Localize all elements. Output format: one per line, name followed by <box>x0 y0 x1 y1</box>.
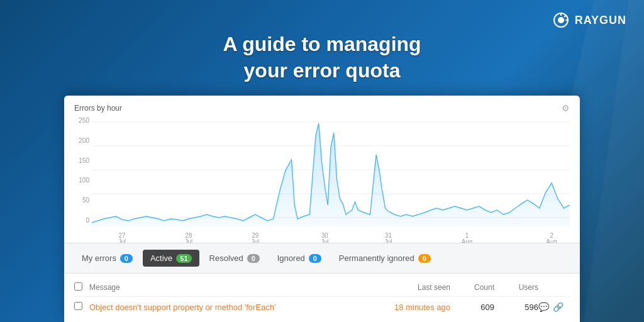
error-link[interactable]: Object doesn't support property or metho… <box>89 303 276 312</box>
tab-ignored[interactable]: Ignored 0 <box>270 250 329 267</box>
svg-line-3 <box>564 15 566 17</box>
hero-title-line1: A guide to managing <box>0 31 644 58</box>
col-header-check <box>74 282 89 292</box>
col-header-message: Message <box>89 283 369 292</box>
svg-text:Jul: Jul <box>185 238 192 243</box>
row-users-cell: 596 <box>494 303 538 312</box>
chart-title: Errors by hour <box>74 104 122 113</box>
brand-name: RAYGUN <box>575 14 626 27</box>
tab-resolved-label: Resolved <box>209 253 243 263</box>
col-header-users: Users <box>494 283 538 292</box>
chart-header: Errors by hour ⚙ <box>74 103 570 113</box>
tab-permanently-ignored-label: Permanently ignored <box>339 253 414 263</box>
tab-my-errors-badge: 0 <box>120 254 133 263</box>
tab-permanently-ignored[interactable]: Permanently ignored 0 <box>331 250 438 267</box>
svg-text:Jul: Jul <box>252 238 259 243</box>
tab-active[interactable]: Active 51 <box>143 250 199 267</box>
row-checkbox-cell <box>74 302 89 312</box>
y-label-200: 200 <box>79 137 89 144</box>
row-lastseen-cell: 18 minutes ago <box>369 303 450 312</box>
y-label-0: 0 <box>86 217 89 224</box>
logo: RAYGUN <box>552 11 626 29</box>
chart-y-axis: 250 200 150 100 50 0 <box>74 117 92 224</box>
col-header-count: Count <box>450 283 494 292</box>
svg-text:Aug: Aug <box>547 238 557 243</box>
svg-point-1 <box>558 17 564 23</box>
y-label-50: 50 <box>82 197 89 204</box>
raygun-logo-icon <box>552 11 570 29</box>
chart-svg-area: 27 Jul 28 Jul 29 Jul 30 Jul 31 Jul 1 Aug… <box>92 117 570 243</box>
comment-icon[interactable]: 💬 <box>538 302 549 312</box>
table-header: Message Last seen Count Users <box>74 279 570 297</box>
svg-text:Jul: Jul <box>321 238 328 243</box>
y-label-150: 150 <box>79 157 89 164</box>
table-section: Message Last seen Count Users Object doe… <box>64 274 580 322</box>
tab-active-badge: 51 <box>176 254 191 263</box>
tabs-section: My errors 0 Active 51 Resolved 0 Ignored… <box>64 243 580 274</box>
chart-settings-icon[interactable]: ⚙ <box>562 103 570 113</box>
tab-active-label: Active <box>150 253 172 263</box>
y-label-100: 100 <box>79 177 89 184</box>
tab-resolved-badge: 0 <box>247 254 260 263</box>
y-label-250: 250 <box>79 117 89 124</box>
svg-text:Aug: Aug <box>462 238 472 243</box>
dashboard-panel: Errors by hour ⚙ 250 200 150 100 50 0 <box>64 96 580 322</box>
row-count-cell: 609 <box>450 303 494 312</box>
chart-section: Errors by hour ⚙ 250 200 150 100 50 0 <box>64 96 580 243</box>
tab-my-errors[interactable]: My errors 0 <box>74 250 140 267</box>
tab-ignored-label: Ignored <box>277 253 305 263</box>
select-all-checkbox[interactable] <box>74 282 82 291</box>
link-icon[interactable]: 🔗 <box>553 302 564 312</box>
row-message-cell: Object doesn't support property or metho… <box>89 303 369 312</box>
tab-resolved[interactable]: Resolved 0 <box>202 250 267 267</box>
tab-ignored-badge: 0 <box>309 254 321 263</box>
hero-title-line2: your error quota <box>0 58 644 84</box>
row-checkbox[interactable] <box>74 302 82 310</box>
tab-my-errors-label: My errors <box>82 253 116 263</box>
table-row: Object doesn't support property or metho… <box>74 297 570 317</box>
chart-container: 250 200 150 100 50 0 <box>74 117 570 243</box>
action-icons: 💬 🔗 <box>538 302 570 312</box>
line-chart: 27 Jul 28 Jul 29 Jul 30 Jul 31 Jul 1 Aug… <box>92 117 570 243</box>
tab-permanently-ignored-badge: 0 <box>418 254 431 263</box>
col-header-lastseen: Last seen <box>369 283 450 292</box>
hero-section: A guide to managing your error quota <box>0 31 644 84</box>
svg-text:Jul: Jul <box>118 238 126 243</box>
svg-text:Jul: Jul <box>384 238 392 243</box>
row-actions-cell: 💬 🔗 <box>538 302 570 312</box>
